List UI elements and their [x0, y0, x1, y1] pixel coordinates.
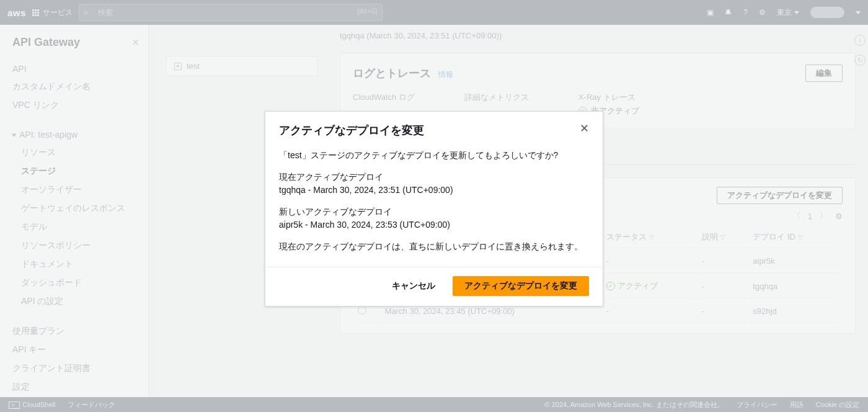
modal-confirm-text: 「test」ステージのアクティブなデプロイを更新してもよろしいですか? [279, 149, 589, 162]
new-deploy-value: aipr5k - March 30, 2024, 23:53 (UTC+09:0… [279, 220, 450, 230]
current-deploy-value: tgqhqa - March 30, 2024, 23:51 (UTC+09:0… [279, 185, 453, 195]
cancel-button[interactable]: キャンセル [381, 276, 446, 296]
confirm-change-button[interactable]: アクティブなデプロイを変更 [453, 276, 589, 296]
close-icon[interactable]: ✕ [580, 123, 589, 134]
modal-title: アクティブなデプロイを変更 [279, 123, 424, 138]
new-deploy-header: 新しいアクティブなデプロイ [279, 207, 392, 217]
modal-note: 現在のアクティブなデプロイは、直ちに新しいデプロイに置き換えられます。 [279, 240, 589, 253]
change-deploy-modal: アクティブなデプロイを変更 ✕ 「test」ステージのアクティブなデプロイを更新… [265, 111, 603, 307]
current-deploy-header: 現在アクティブなデプロイ [279, 172, 383, 182]
